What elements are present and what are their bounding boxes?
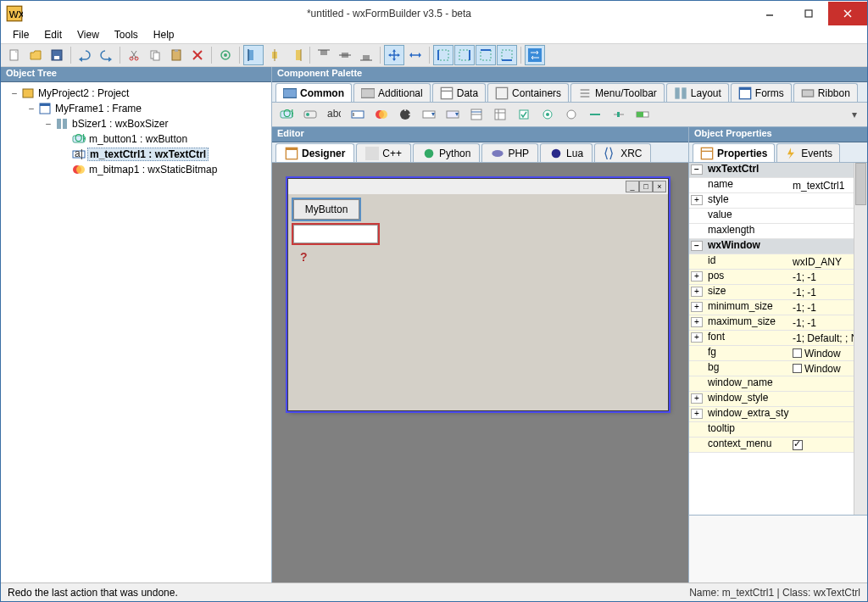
swap-icon[interactable]: [525, 45, 545, 65]
border-right-icon[interactable]: [454, 45, 475, 65]
undo-icon[interactable]: [75, 45, 95, 65]
tree-item[interactable]: Okm_button1 : wxButton: [3, 131, 270, 147]
editor-tab-python[interactable]: Python: [413, 143, 480, 162]
palette-slider-icon[interactable]: [609, 105, 628, 124]
props-tab-properties[interactable]: Properties: [693, 143, 775, 162]
align-center-h-icon[interactable]: [264, 45, 285, 65]
delete-icon[interactable]: [187, 45, 208, 65]
design-surface[interactable]: _ □ × MyButton ?: [272, 163, 688, 582]
palette-choice-icon[interactable]: [443, 105, 462, 124]
minimize-button[interactable]: [750, 2, 789, 25]
align-center-v-icon[interactable]: [335, 45, 355, 65]
border-top-icon[interactable]: [476, 45, 496, 65]
svg-text:abc: abc: [327, 108, 341, 120]
open-file-icon[interactable]: [25, 45, 46, 65]
tree-item[interactable]: m_bitmap1 : wxStaticBitmap: [3, 162, 270, 177]
prop-row[interactable]: +window_extra_style: [689, 407, 854, 422]
prop-row[interactable]: +maximum_size-1; -1: [689, 315, 854, 331]
props-tab-events[interactable]: Events: [776, 143, 840, 162]
menu-file[interactable]: File: [6, 27, 36, 42]
palette-bitmapbutton-icon[interactable]: [301, 105, 320, 124]
palette-animation-icon[interactable]: [396, 105, 415, 124]
align-left-icon[interactable]: [243, 45, 264, 65]
tree-item[interactable]: a|m_textCtrl1 : wxTextCtrl: [3, 147, 270, 162]
properties-scrollbar[interactable]: ▴: [854, 163, 867, 515]
prop-row[interactable]: +size-1; -1: [689, 285, 854, 300]
redo-icon[interactable]: [96, 45, 116, 65]
cut-icon[interactable]: [124, 45, 144, 65]
palette-tab-common[interactable]: Common: [275, 83, 352, 102]
palette-tab-data[interactable]: Data: [432, 83, 486, 102]
palette-tab-ribbon[interactable]: Ribbon: [793, 83, 858, 102]
tree-item[interactable]: −bSizer1 : wxBoxSizer: [3, 116, 270, 131]
editor-tab-php[interactable]: PHP: [481, 143, 538, 162]
palette-staticline-icon[interactable]: [586, 105, 604, 124]
palette-bitmap-icon[interactable]: [372, 105, 391, 124]
editor-tab-cpp[interactable]: C++: [356, 143, 411, 162]
palette-checkbox-icon[interactable]: [515, 105, 533, 124]
palette-tab-containers[interactable]: Containers: [487, 83, 569, 102]
design-close-icon[interactable]: ×: [653, 181, 666, 192]
palette-radio-icon[interactable]: [538, 105, 557, 124]
design-textctrl[interactable]: [293, 225, 378, 243]
copy-icon[interactable]: [145, 45, 165, 65]
palette-tab-additional[interactable]: Additional: [353, 83, 431, 102]
menu-tools[interactable]: Tools: [108, 27, 145, 42]
menu-edit[interactable]: Edit: [37, 27, 69, 42]
align-top-icon[interactable]: [314, 45, 334, 65]
editor-tab-designer[interactable]: Designer: [275, 143, 354, 162]
align-bottom-icon[interactable]: [356, 45, 376, 65]
design-button[interactable]: MyButton: [293, 199, 359, 220]
palette-tab-forms[interactable]: Forms: [731, 83, 792, 102]
menu-help[interactable]: Help: [147, 27, 181, 42]
editor-tab-xrc[interactable]: ⟨⟩XRC: [594, 143, 651, 162]
maximize-button[interactable]: [789, 2, 828, 25]
menu-view[interactable]: View: [70, 27, 106, 42]
prop-row[interactable]: +window_name: [689, 376, 854, 392]
border-left-icon[interactable]: [433, 45, 453, 65]
prop-row[interactable]: +style: [689, 193, 854, 209]
palette-combobox-icon[interactable]: [420, 105, 438, 124]
generate-code-icon[interactable]: [215, 45, 236, 65]
save-icon[interactable]: [47, 45, 67, 65]
palette-scroll-icon[interactable]: ▾: [852, 109, 862, 120]
tree-item[interactable]: −MyFrame1 : Frame: [3, 101, 270, 116]
close-button[interactable]: [828, 2, 867, 25]
prop-row[interactable]: +pos-1; -1: [689, 270, 854, 285]
prop-row[interactable]: +idwxID_ANY: [689, 254, 854, 270]
prop-group[interactable]: −wxWindow: [689, 239, 854, 254]
prop-row[interactable]: +namem_textCtrl1: [689, 178, 854, 193]
prop-row[interactable]: +value: [689, 209, 854, 224]
expand-icon[interactable]: [384, 45, 404, 65]
paste-icon[interactable]: [166, 45, 186, 65]
prop-row[interactable]: +maxlength: [689, 224, 854, 239]
palette-radio-off-icon[interactable]: [562, 105, 581, 124]
design-min-icon[interactable]: _: [626, 181, 639, 192]
editor-tab-lua[interactable]: Lua: [540, 143, 593, 162]
design-max-icon[interactable]: □: [639, 181, 653, 192]
object-tree[interactable]: −MyProject2 : Project−MyFrame1 : Frame−b…: [1, 82, 271, 582]
prop-row[interactable]: +context_menu: [689, 438, 854, 453]
stretch-icon[interactable]: [405, 45, 426, 65]
palette-listctrl-icon[interactable]: [491, 105, 509, 124]
svg-text:wxFB: wxFB: [8, 6, 23, 20]
prop-row[interactable]: +font-1; Default; ; N: [689, 331, 854, 346]
tree-item[interactable]: −MyProject2 : Project: [3, 86, 270, 101]
design-frame[interactable]: _ □ × MyButton ?: [287, 178, 669, 411]
properties-grid[interactable]: −wxTextCtrl+namem_textCtrl1+style+value+…: [689, 163, 854, 515]
prop-row[interactable]: +tooltip: [689, 422, 854, 438]
palette-listbox-icon[interactable]: [467, 105, 486, 124]
palette-gauge-icon[interactable]: [633, 105, 652, 124]
prop-row[interactable]: +minimum_size-1; -1: [689, 300, 854, 315]
palette-tab-menu[interactable]: Menu/Toolbar: [570, 83, 665, 102]
palette-statictext-icon[interactable]: abc: [325, 105, 343, 124]
new-file-icon[interactable]: [4, 45, 25, 65]
prop-row[interactable]: +fgWindow: [689, 346, 854, 361]
palette-tab-layout[interactable]: Layout: [666, 83, 729, 102]
align-right-icon[interactable]: [286, 45, 306, 65]
border-bottom-icon[interactable]: [497, 45, 517, 65]
palette-button-icon[interactable]: OK: [277, 105, 296, 124]
prop-group[interactable]: −wxTextCtrl: [689, 163, 854, 178]
prop-row[interactable]: +bgWindow: [689, 361, 854, 376]
prop-row[interactable]: +window_style: [689, 392, 854, 407]
